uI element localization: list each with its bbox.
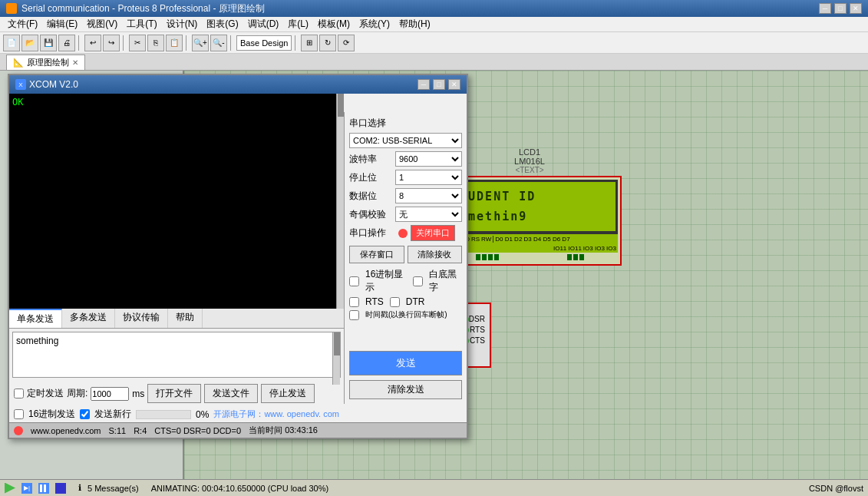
toolbar-print[interactable]: 🖨 [58, 35, 75, 51]
toolbar-new[interactable]: 📄 [3, 35, 20, 51]
pin-dot-7 [579, 254, 584, 260]
send-newline-check[interactable] [80, 409, 90, 419]
toolbar-cut[interactable]: ✂ [129, 35, 146, 51]
menu-edit[interactable]: 编辑(E) [42, 17, 82, 31]
maximize-button[interactable]: □ [834, 3, 847, 14]
hex-send-label: 16进制发送 [28, 408, 75, 421]
menu-help[interactable]: 帮助(H) [394, 17, 435, 31]
stop-button[interactable] [55, 483, 66, 494]
menu-design[interactable]: 设计(N) [162, 17, 203, 31]
hex-send-check[interactable] [14, 409, 24, 419]
pin-dot-6 [573, 254, 578, 260]
toolbar-refresh[interactable]: ↻ [319, 35, 336, 51]
period-input[interactable] [91, 387, 129, 401]
xcom-close[interactable]: ✕ [448, 79, 460, 90]
timestamp-label: 时间戳(以换行回车断帧) [365, 309, 447, 320]
menu-debug[interactable]: 调试(D) [243, 17, 284, 31]
send-input-text[interactable]: something [16, 336, 337, 346]
terminal-area: OK [9, 94, 344, 309]
port-section-label: 串口选择 [349, 117, 462, 130]
play-button[interactable] [5, 483, 15, 494]
toolbar-copy[interactable]: ⎘ [147, 35, 164, 51]
xcom-terminal-section: OK 单条发送 多条发送 协议传输 帮助 something [9, 94, 344, 422]
baud-select[interactable]: 9600 [395, 151, 462, 167]
hex-display-check[interactable] [349, 276, 359, 286]
menu-view[interactable]: 视图(V) [82, 17, 122, 31]
parity-select[interactable]: 无 [395, 207, 462, 222]
close-button[interactable]: ✕ [850, 3, 862, 14]
status-port: www.openedv.com [31, 426, 101, 435]
port-select[interactable]: COM2: USB-SERIAL [349, 133, 462, 148]
pause-button[interactable] [38, 483, 49, 494]
tab-schematic-label: 原理图绘制 [27, 57, 69, 68]
toolbar-grid[interactable]: ⊞ [301, 35, 318, 51]
pin-dot-1 [476, 254, 480, 260]
status-time: 当前时间 03:43:16 [249, 425, 318, 436]
title-bar: Serial communication - Proteus 8 Profess… [0, 0, 868, 17]
base-design-dropdown[interactable]: Base Design [236, 35, 292, 51]
lcd-line2: somethin9 [451, 210, 608, 223]
input-scrollbar-thumb[interactable] [334, 332, 340, 355]
menu-graph[interactable]: 图表(G) [202, 17, 243, 31]
func-tab-single[interactable]: 单条发送 [9, 309, 62, 328]
parity-label: 奇偶校验 [349, 208, 395, 221]
terminal-scrollbar[interactable] [336, 94, 344, 309]
stop-select[interactable]: 1 [395, 170, 462, 185]
step-button[interactable]: ▶| [21, 483, 32, 494]
menu-tools[interactable]: 工具(T) [122, 17, 161, 31]
proteus-window: Serial communication - Proteus 8 Profess… [0, 0, 868, 496]
func-tab-multi[interactable]: 多条发送 [62, 309, 115, 328]
func-tabs: 单条发送 多条发送 协议传输 帮助 [9, 309, 344, 329]
white-bg-label: 白底黑字 [429, 268, 462, 294]
menu-template[interactable]: 模板(M) [313, 17, 355, 31]
func-tab-help[interactable]: 帮助 [168, 309, 203, 328]
input-scrollbar[interactable] [332, 332, 340, 385]
toolbar-sep1 [78, 35, 81, 51]
clear-receive-btn[interactable]: 清除接收 [408, 246, 463, 263]
toolbar-zoom-out[interactable]: 🔍- [210, 35, 227, 51]
toolbar-undo[interactable]: ↩ [84, 35, 101, 51]
baud-row: 波特率 9600 [349, 151, 462, 167]
open-file-btn[interactable]: 打开文件 [147, 384, 201, 403]
toolbar-rotate[interactable]: ⟳ [338, 35, 355, 51]
toolbar-zoom-in[interactable]: 🔍+ [192, 35, 209, 51]
proteus-icon [6, 3, 17, 14]
minimize-button[interactable]: ─ [819, 3, 831, 14]
dtr-check[interactable] [390, 297, 400, 307]
tab-schematic[interactable]: 📐 原理图绘制 ✕ [6, 55, 85, 70]
toolbar-redo[interactable]: ↪ [103, 35, 120, 51]
status-cts-dsr: CTS=0 DSR=0 DCD=0 [154, 426, 241, 435]
animation-status: ANIMATING: 00:04:10.650000 (CPU load 30%… [151, 484, 329, 493]
timestamp-check[interactable] [349, 310, 359, 320]
send-file-btn[interactable]: 发送文件 [204, 384, 258, 403]
period-unit: ms [132, 389, 144, 399]
toolbar-open[interactable]: 📂 [21, 35, 38, 51]
menu-library[interactable]: 库(L) [283, 17, 313, 31]
send-button[interactable]: 发送 [349, 351, 462, 375]
save-window-btn[interactable]: 保存窗口 [349, 246, 404, 263]
func-tab-protocol[interactable]: 协议传输 [115, 309, 168, 328]
terminal-scrollbar-thumb[interactable] [338, 94, 344, 117]
menu-file[interactable]: 文件(F) [3, 17, 42, 31]
clear-send-btn[interactable]: 清除发送 [349, 380, 462, 399]
toolbar-paste[interactable]: 📋 [166, 35, 183, 51]
xcom-window-controls: ─ □ ✕ [417, 79, 460, 90]
white-bg-check[interactable] [413, 276, 423, 286]
data-select[interactable]: 8 [395, 188, 462, 203]
rts-label: RTS [365, 296, 384, 307]
tab-close-icon[interactable]: ✕ [72, 58, 78, 67]
menu-system[interactable]: 系统(Y) [355, 17, 394, 31]
toolbar-save[interactable]: 💾 [40, 35, 57, 51]
save-clear-row: 保存窗口 清除接收 [349, 246, 462, 263]
rts-check[interactable] [349, 297, 359, 307]
xcom-maximize[interactable]: □ [433, 79, 445, 90]
timed-send-check[interactable] [14, 389, 24, 398]
hex-display-label: 16进制显示 [365, 268, 407, 294]
xcom-minimize[interactable]: ─ [417, 79, 430, 90]
xcom-config-panel: 串口选择 COM2: USB-SERIAL 波特率 9600 停止位 [344, 112, 467, 404]
website-link[interactable]: 开源电子网：www. openedv. com [213, 408, 339, 420]
close-port-btn[interactable]: 关闭串口 [411, 225, 455, 241]
stop-send-btn[interactable]: 停止发送 [261, 384, 315, 403]
lcd-pin-io: IO11 IO11 [553, 245, 582, 252]
toolbar-sep3 [186, 35, 189, 51]
